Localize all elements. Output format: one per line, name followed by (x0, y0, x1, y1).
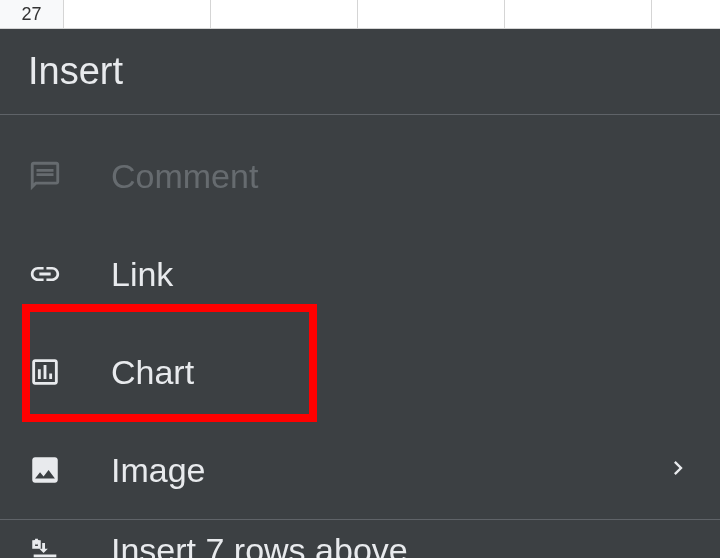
spreadsheet-cell[interactable] (652, 0, 720, 29)
row-number-cell[interactable]: 27 (0, 0, 64, 29)
menu-item-chart[interactable]: Chart (0, 323, 720, 421)
spreadsheet-cell[interactable] (211, 0, 358, 29)
link-icon (28, 257, 62, 291)
insert-rows-icon (28, 536, 62, 558)
menu-label: Comment (111, 157, 258, 196)
menu-item-insert-rows-above[interactable]: Insert 7 rows above (0, 520, 720, 558)
menu-item-image[interactable]: Image (0, 421, 720, 519)
drawer-title: Insert (0, 29, 720, 115)
menu-label: Image (111, 451, 206, 490)
menu-label: Link (111, 255, 173, 294)
row-number: 27 (21, 4, 41, 25)
comment-icon (28, 159, 62, 193)
menu-label: Chart (111, 353, 194, 392)
menu-section: Comment Link Chart I (0, 115, 720, 519)
insert-drawer: Insert Comment Link (0, 29, 720, 558)
image-icon (28, 453, 62, 487)
chevron-right-icon (664, 454, 692, 486)
menu-item-link[interactable]: Link (0, 225, 720, 323)
spreadsheet-cell[interactable] (505, 0, 652, 29)
menu-item-comment: Comment (0, 127, 720, 225)
spreadsheet-cell[interactable] (64, 0, 211, 29)
chart-icon (28, 355, 62, 389)
spreadsheet-cell[interactable] (358, 0, 505, 29)
spreadsheet-background: 27 (0, 0, 720, 29)
menu-label: Insert 7 rows above (111, 531, 408, 558)
